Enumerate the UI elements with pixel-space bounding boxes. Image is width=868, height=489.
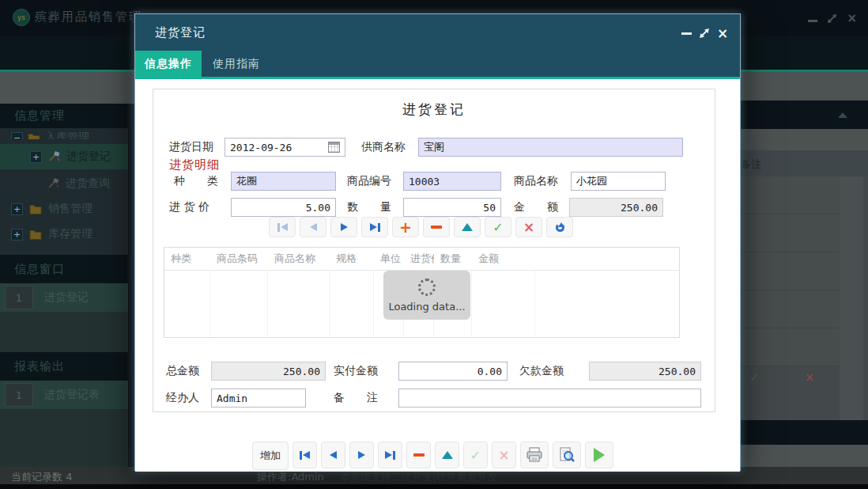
rec-delete-button[interactable] [406, 442, 431, 468]
next-icon [358, 451, 365, 459]
col-qty[interactable]: 数量 [434, 252, 472, 266]
expand-icon[interactable]: + [30, 151, 42, 163]
sidebar-section-windows[interactable]: 信息窗口 [0, 255, 128, 283]
folder-icon [29, 204, 42, 214]
calendar-icon[interactable] [328, 142, 340, 153]
total-label: 总金额 [166, 364, 199, 378]
bg-remark-column: 备注 [741, 157, 761, 172]
bg-panel-header [741, 100, 868, 129]
print-button[interactable] [520, 442, 549, 468]
cancel-row-button[interactable]: × [515, 217, 542, 237]
nav-next-button[interactable] [330, 217, 357, 237]
report-list-item[interactable]: 1 进货登记表 [0, 381, 128, 409]
folder-icon [29, 229, 42, 240]
rec-last-button[interactable] [378, 442, 402, 468]
qty-input[interactable]: 50 [403, 198, 501, 217]
bg-grid-rows [741, 176, 840, 366]
rec-first-button[interactable] [292, 442, 317, 468]
remark-input[interactable] [398, 389, 701, 408]
col-amount[interactable]: 金额 [472, 252, 535, 266]
col-spec[interactable]: 规格 [330, 252, 374, 266]
rec-next-button[interactable] [349, 442, 374, 468]
rec-edit-button[interactable] [435, 442, 459, 468]
paid-input[interactable]: 0.00 [398, 362, 508, 381]
minimize-icon[interactable] [808, 20, 817, 22]
edit-icon [462, 223, 473, 231]
close-icon[interactable]: × [847, 11, 857, 25]
form-heading: 进货登记 [153, 100, 715, 119]
col-price[interactable]: 进货价 [404, 252, 434, 266]
sidebar-section-reports[interactable]: 报表输出 [0, 352, 128, 381]
col-name[interactable]: 商品名称 [268, 252, 330, 266]
rec-prev-button[interactable] [321, 442, 345, 468]
minimize-icon [681, 32, 692, 35]
last-icon [370, 223, 377, 231]
code-input[interactable]: 10003 [403, 172, 501, 191]
app-logo-icon: ys [13, 9, 30, 26]
delete-row-button[interactable] [423, 217, 450, 237]
play-icon [594, 448, 605, 462]
collapse-icon[interactable]: − [11, 132, 23, 140]
window-list-item[interactable]: 1 进货登记 [0, 283, 128, 312]
remark-label: 备 注 [334, 391, 378, 405]
category-label: 种 类 [174, 174, 218, 188]
status-operator: 操作者:Admin [257, 470, 324, 484]
col-barcode[interactable]: 商品条码 [210, 252, 268, 266]
supplier-label: 供商名称 [361, 140, 406, 154]
refresh-button[interactable] [546, 217, 573, 237]
collapse-up-icon[interactable] [838, 112, 847, 118]
supplier-input[interactable]: 宝阁 [418, 138, 683, 157]
tab-user-guide[interactable]: 使用指南 [202, 51, 271, 77]
dialog-titlebar[interactable]: 进货登记 × [135, 14, 740, 51]
maximize-icon [699, 28, 710, 39]
dialog-maximize-button[interactable] [698, 27, 711, 40]
sidebar-gap [128, 104, 134, 467]
check-icon: ✓ [492, 220, 503, 235]
dialog-toolbar: 增加 ✓ × [252, 442, 857, 470]
category-input[interactable]: 花圈 [231, 172, 336, 191]
bg-grid-body: ✓ × [741, 176, 868, 420]
minus-icon [431, 226, 442, 229]
cross-icon: × [523, 221, 534, 233]
print-preview-button[interactable] [553, 442, 581, 468]
nav-last-button[interactable] [361, 217, 388, 237]
nav-prev-button[interactable] [300, 217, 326, 237]
sidebar-item-stock[interactable]: + 库存管理 [0, 222, 128, 246]
execute-button[interactable] [585, 442, 613, 468]
restore-icon[interactable] [827, 13, 837, 24]
sidebar-item-purchase-query[interactable]: 进货查询 [0, 172, 128, 195]
add-row-button[interactable]: + [392, 217, 419, 237]
col-category[interactable]: 种类 [164, 252, 210, 266]
first-icon [303, 451, 310, 459]
screen: ys 殡葬用品销售管理 × 系统导航 信息管理 [0, 0, 868, 489]
price-label: 进 货 价 [169, 200, 209, 214]
col-unit[interactable]: 单位 [374, 252, 404, 266]
bg-grid-header: 备注 [741, 150, 868, 177]
prev-icon [330, 451, 337, 459]
tab-info-operation[interactable]: 信息操作 [135, 51, 202, 77]
dialog-close-button[interactable]: × [716, 27, 729, 40]
paid-label: 实付金额 [334, 364, 378, 378]
code-label: 商品编号 [347, 174, 391, 188]
refresh-icon [556, 223, 564, 232]
operator-input[interactable]: Admin [211, 389, 306, 408]
sidebar-item-inbound-clipped[interactable]: − 入库管理 [0, 125, 128, 139]
rec-cancel-button[interactable]: × [492, 442, 516, 468]
expand-icon[interactable]: + [11, 203, 23, 215]
loading-text: Loading data... [388, 301, 465, 313]
nav-first-button[interactable] [269, 217, 296, 237]
price-input[interactable]: 5.00 [231, 198, 336, 217]
sidebar-item-sales[interactable]: + 销售管理 [0, 197, 128, 221]
rec-confirm-button[interactable]: ✓ [463, 442, 488, 468]
next-icon [341, 223, 348, 231]
confirm-row-button[interactable]: ✓ [485, 217, 511, 237]
edit-row-button[interactable] [454, 217, 481, 237]
total-readonly: 250.00 [211, 362, 326, 381]
bg-check-icon: ✓ [749, 370, 760, 385]
product-name-input[interactable]: 小花园 [571, 172, 666, 191]
dialog-minimize-button[interactable] [680, 27, 693, 40]
sidebar-item-purchase-entry[interactable]: + 进货登记 [0, 144, 128, 169]
date-input[interactable]: 2012-09-26 [225, 138, 345, 157]
add-record-button[interactable]: 增加 [252, 442, 289, 470]
expand-icon[interactable]: + [11, 229, 23, 241]
